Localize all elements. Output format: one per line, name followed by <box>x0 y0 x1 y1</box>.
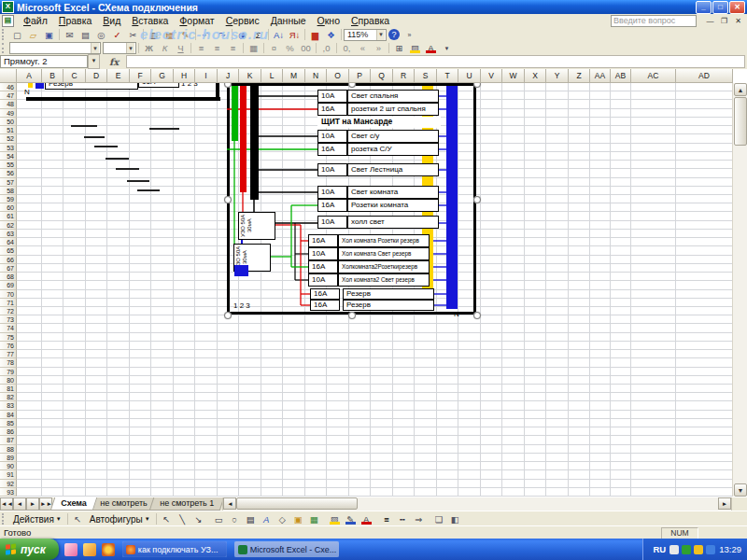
row-header-53[interactable]: 53 <box>0 144 17 152</box>
row-header-61[interactable]: 61 <box>0 212 17 221</box>
increase-indent-icon[interactable]: » <box>371 43 387 54</box>
messenger-icon[interactable] <box>682 545 691 554</box>
column-header-K[interactable]: K <box>239 69 261 83</box>
row-header-64[interactable]: 64 <box>0 238 17 246</box>
column-header-G[interactable]: G <box>151 69 174 83</box>
menu-item-8[interactable]: Справка <box>345 14 395 27</box>
select-all-corner[interactable] <box>0 69 17 83</box>
bold-icon[interactable]: Ж <box>141 43 157 54</box>
row-header-81[interactable]: 81 <box>0 385 17 393</box>
sort-descending-icon[interactable]: Я↓ <box>287 28 303 41</box>
zoom-combobox[interactable]: 115%▼ <box>344 29 387 41</box>
currency-icon[interactable]: ¤ <box>266 43 282 54</box>
column-header-AA[interactable]: AA <box>590 69 611 83</box>
name-box-chevron-icon[interactable]: ▼ <box>88 54 100 69</box>
clip-art-icon[interactable]: ▣ <box>290 512 306 525</box>
clock[interactable]: 13:29 <box>719 544 741 554</box>
cut-icon[interactable]: ✂ <box>125 28 141 41</box>
row-header-78[interactable]: 78 <box>0 358 17 368</box>
menu-item-5[interactable]: Сервис <box>220 14 265 27</box>
scroll-up-icon[interactable]: ▲ <box>734 83 747 96</box>
rectangle-icon[interactable]: ▭ <box>211 512 227 525</box>
breaker-label-box[interactable]: Хол комната Свет резерв <box>338 247 430 260</box>
separator[interactable] <box>263 43 264 52</box>
minimize-icon[interactable]: _ <box>696 1 712 14</box>
update-icon[interactable] <box>694 545 703 554</box>
breaker-label-box[interactable]: розетки 2 шт спальня <box>347 103 439 116</box>
row-header-73[interactable]: 73 <box>0 315 17 324</box>
column-header-J[interactable]: J <box>218 69 239 83</box>
row-header-75[interactable]: 75 <box>0 333 17 342</box>
chevron-down-icon[interactable]: ▼ <box>376 30 385 40</box>
select-arrow-icon[interactable]: ↖ <box>159 512 175 525</box>
column-header-F[interactable]: F <box>130 69 151 83</box>
scroll-down-icon[interactable]: ▼ <box>734 483 747 497</box>
line-icon[interactable]: ╲ <box>175 512 190 525</box>
row-header-92[interactable]: 92 <box>0 480 17 488</box>
fill-color-icon[interactable]: ▨ <box>407 43 423 54</box>
row-header-91[interactable]: 91 <box>0 470 17 480</box>
column-header-U[interactable]: U <box>458 69 481 83</box>
column-header-B[interactable]: B <box>42 69 63 83</box>
separator[interactable] <box>304 29 305 41</box>
breaker-label-box[interactable]: Хол комната2 Свет резерв <box>338 273 430 287</box>
row-header-70[interactable]: 70 <box>0 290 17 299</box>
increase-decimal-icon[interactable]: ,0 <box>318 43 334 54</box>
breaker-label-box[interactable]: Резерв <box>343 288 434 300</box>
maximize-icon[interactable]: □ <box>712 1 728 14</box>
dash-style-icon[interactable]: ╍ <box>395 512 411 525</box>
red-phase-bar[interactable] <box>240 86 247 192</box>
chevron-down-icon[interactable]: ▼ <box>126 43 134 53</box>
row-header-50[interactable]: 50 <box>0 118 17 126</box>
column-header-Q[interactable]: Q <box>371 69 393 83</box>
breaker-rating-box[interactable]: 16А <box>310 300 340 311</box>
font-color-icon[interactable]: А <box>359 512 374 525</box>
scroll-right-icon[interactable]: ► <box>718 497 731 510</box>
neutral-label[interactable]: N <box>454 310 463 318</box>
row-header-69[interactable]: 69 <box>0 281 17 290</box>
title-bar[interactable]: X Microsoft Excel - СХема подключения _ … <box>0 0 747 14</box>
3d-icon[interactable]: ◧ <box>447 512 463 525</box>
row-header-76[interactable]: 76 <box>0 342 17 350</box>
separator[interactable] <box>190 43 191 52</box>
row-header-88[interactable]: 88 <box>0 445 17 454</box>
panel-title[interactable]: ЩИТ на Мансарде <box>317 117 441 128</box>
breaker-label-box[interactable]: Хол комната Розетки резерв <box>338 234 430 247</box>
selection-handle[interactable] <box>348 312 356 319</box>
row-header-58[interactable]: 58 <box>0 187 17 195</box>
row-header-83[interactable]: 83 <box>0 401 17 411</box>
separator[interactable] <box>59 29 60 41</box>
oval-icon[interactable]: ○ <box>227 512 243 525</box>
drawing-icon[interactable]: ❖ <box>323 28 339 41</box>
breaker-label-box[interactable]: Свет спальня <box>347 90 439 103</box>
breaker-rating-box[interactable]: 10А <box>317 163 347 176</box>
column-header-W[interactable]: W <box>502 69 525 83</box>
decrease-decimal-icon[interactable]: 0, <box>339 43 355 54</box>
column-header-N[interactable]: N <box>305 69 327 83</box>
close-icon[interactable]: ✕ <box>729 1 745 14</box>
column-header-C[interactable]: C <box>63 69 86 83</box>
language-indicator[interactable]: RU <box>653 544 666 554</box>
comma-icon[interactable]: 00 <box>298 43 314 54</box>
help-icon[interactable]: ? <box>388 29 400 40</box>
column-header-E[interactable]: E <box>107 69 130 83</box>
menu-item-0[interactable]: Файл <box>18 14 53 27</box>
column-header-T[interactable]: T <box>437 69 458 83</box>
align-center-icon[interactable]: ≡ <box>209 43 225 54</box>
email-icon[interactable]: ✉ <box>62 28 78 41</box>
phase-label[interactable]: 1 2 3 <box>233 301 261 310</box>
merge-center-icon[interactable]: ▦ <box>246 43 261 54</box>
row-header-89[interactable]: 89 <box>0 454 17 462</box>
toolbar-options-icon[interactable]: » <box>402 28 417 41</box>
breaker-rating-box[interactable]: 10А <box>317 90 347 103</box>
workbook-minimize-icon[interactable]: — <box>704 16 716 26</box>
breaker-label-box[interactable]: Розетки комната <box>347 199 439 212</box>
font-name-combobox[interactable]: ▼ <box>9 42 101 54</box>
task-button-1[interactable]: Microsoft Excel - Схе... <box>234 541 339 557</box>
column-header-M[interactable]: M <box>283 69 305 83</box>
separator[interactable] <box>138 43 139 52</box>
sheet-tab-2[interactable]: не смотреть 1 <box>149 497 225 511</box>
row-header-77[interactable]: 77 <box>0 350 17 358</box>
arrow-icon[interactable]: ↘ <box>190 512 206 525</box>
black-bus-bar[interactable] <box>250 86 259 200</box>
